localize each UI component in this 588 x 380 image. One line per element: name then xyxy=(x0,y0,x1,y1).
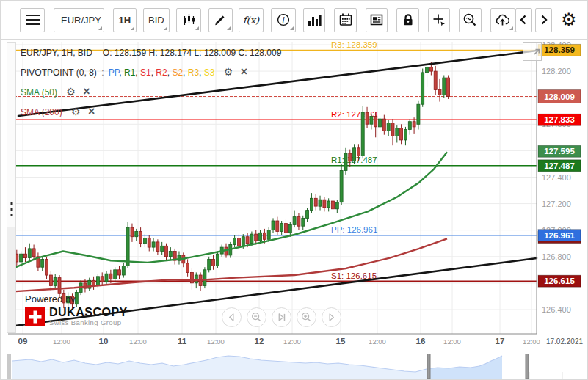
scroll-left-button[interactable] xyxy=(515,8,532,32)
svg-text:16: 16 xyxy=(416,337,426,346)
sma200-line xyxy=(10,238,447,291)
cloud-upload-icon xyxy=(495,13,510,27)
sma200-label: SMA (200) xyxy=(21,107,62,117)
formula-button[interactable]: f(x) xyxy=(239,8,264,32)
navigator-handle[interactable] xyxy=(526,354,529,379)
pan-right-button[interactable] xyxy=(322,307,341,327)
powered-by-label: Powered by xyxy=(25,293,128,304)
go-to-end-button[interactable] xyxy=(272,307,291,327)
price-axis-labels: 128.400128.200128.000127.800127.600127.4… xyxy=(542,40,571,314)
svg-text:127.400: 127.400 xyxy=(542,173,571,182)
pivot-settings-gear-icon[interactable]: ⚙ xyxy=(224,66,233,78)
svg-text:128.200: 128.200 xyxy=(542,67,571,76)
svg-text:17: 17 xyxy=(496,337,505,346)
navigator-handle[interactable] xyxy=(427,354,430,379)
pivot-param-s2: S2 xyxy=(172,67,183,78)
svg-text:127.487: 127.487 xyxy=(544,161,575,170)
price-side-selector[interactable]: BID xyxy=(143,8,170,32)
chart-nav-buttons xyxy=(222,307,341,327)
legend-ohlc-row: EUR/JPY, 1H, BIDO: 128.159 H: 128.174 L:… xyxy=(21,44,281,62)
news-icon xyxy=(369,12,384,27)
svg-text:126.400: 126.400 xyxy=(542,305,571,314)
triangle-left-icon xyxy=(222,307,241,327)
formula-label: f(x) xyxy=(243,15,259,26)
svg-text:15: 15 xyxy=(336,337,346,346)
instrument-label: EUR/JPY xyxy=(61,15,101,26)
svg-text:12: 12 xyxy=(255,337,264,346)
chevron-left-icon xyxy=(518,14,529,26)
candlestick-chart-icon xyxy=(181,13,196,26)
crosshair-button[interactable] xyxy=(428,8,450,32)
sma200-close-icon[interactable]: × xyxy=(88,105,95,117)
skip-to-end-icon xyxy=(272,307,291,327)
legend-sma200-row: SMA (200) ⚙ × xyxy=(21,102,281,122)
news-button[interactable] xyxy=(366,8,388,32)
scroll-right-button[interactable] xyxy=(535,8,552,32)
svg-text:10: 10 xyxy=(99,337,109,346)
brand-name: DUKASCOPY xyxy=(49,307,128,318)
svg-text:PP: 126.961: PP: 126.961 xyxy=(331,225,377,234)
sma50-line xyxy=(10,152,447,270)
zoom-in-button[interactable] xyxy=(297,307,316,327)
draw-tools-button[interactable] xyxy=(208,8,233,32)
svg-text:128.359: 128.359 xyxy=(544,45,575,54)
lock-button[interactable] xyxy=(396,8,418,32)
pivot-indicator-name: PIVOTPOINT (0, 8) xyxy=(21,67,97,78)
pivot-param-r2: R2 xyxy=(156,67,167,78)
navigator[interactable] xyxy=(1,354,587,379)
calendar-button[interactable] xyxy=(334,8,356,32)
zoom-tool-button[interactable] xyxy=(459,8,481,32)
crosshair-icon xyxy=(432,12,446,27)
navigator-chart[interactable] xyxy=(1,354,588,379)
svg-text:12:00: 12:00 xyxy=(283,337,301,346)
chart-type-button[interactable] xyxy=(176,8,201,32)
scrollbar-grip-icon xyxy=(10,202,12,216)
instrument-selector[interactable]: EUR/JPY xyxy=(54,8,104,32)
sma200-settings-gear-icon[interactable]: ⚙ xyxy=(71,106,81,117)
legend-instrument: EUR/JPY, 1H, BID xyxy=(21,48,92,58)
chart-window: EUR/JPY 1H BID f(x) xyxy=(0,0,588,380)
navigator-left-edge xyxy=(7,354,11,379)
svg-text:126.800: 126.800 xyxy=(542,252,571,261)
cloud-save-button[interactable] xyxy=(490,8,515,32)
pivot-close-icon[interactable]: × xyxy=(241,65,247,78)
info-icon: i xyxy=(276,12,291,27)
pivot-param-r3: R3 xyxy=(188,67,199,78)
pan-left-button[interactable] xyxy=(222,307,242,327)
gear-icon: ⚙ xyxy=(561,11,577,29)
lock-icon xyxy=(401,12,415,27)
dukascopy-logo: DUKASCOPY Swiss Banking Group xyxy=(25,307,128,326)
svg-text:127.833: 127.833 xyxy=(544,115,575,124)
expand-icon xyxy=(528,43,545,61)
sma50-close-icon[interactable]: × xyxy=(83,85,90,98)
triangle-right-icon xyxy=(322,307,341,327)
powered-by-block: Powered by DUKASCOPY Swiss Banking Group xyxy=(25,293,128,326)
svg-text:17.02.2021: 17.02.2021 xyxy=(546,337,583,346)
svg-text:12:00: 12:00 xyxy=(207,337,225,346)
legend-ohlc-values: O: 128.159 H: 128.174 L: 128.009 C: 128.… xyxy=(103,48,282,58)
info-button[interactable]: i xyxy=(271,8,296,32)
zoom-out-icon xyxy=(247,307,266,327)
toolbar: EUR/JPY 1H BID f(x) xyxy=(1,1,587,40)
volume-bars-icon xyxy=(307,13,322,27)
zoom-in-icon xyxy=(297,307,316,327)
legend-sma50-row: SMA (50) ⚙ × xyxy=(21,82,281,102)
timeframe-selector[interactable]: 1H xyxy=(113,8,137,32)
volume-button[interactable] xyxy=(303,8,325,32)
timeframe-label: 1H xyxy=(119,15,131,26)
sma50-settings-gear-icon[interactable]: ⚙ xyxy=(66,86,76,98)
pivot-param-pp: PP xyxy=(109,67,119,78)
svg-text:12:00: 12:00 xyxy=(443,337,461,346)
zoom-out-button[interactable] xyxy=(247,307,266,327)
left-scrollbar[interactable] xyxy=(7,42,16,333)
settings-button[interactable]: ⚙ xyxy=(559,8,578,32)
menu-button[interactable] xyxy=(20,8,45,32)
pivot-param-s3: S3 xyxy=(204,67,215,78)
price-badges: 128.359128.009127.833127.595127.487126.9… xyxy=(538,44,581,287)
detach-chart-button[interactable] xyxy=(523,42,542,61)
svg-text:12:00: 12:00 xyxy=(129,337,147,346)
svg-text:i: i xyxy=(283,15,285,24)
svg-text:12:00: 12:00 xyxy=(523,337,540,346)
pivot-param-s1: S1 xyxy=(140,67,151,78)
left-scrollbar-thumb[interactable] xyxy=(7,43,15,227)
